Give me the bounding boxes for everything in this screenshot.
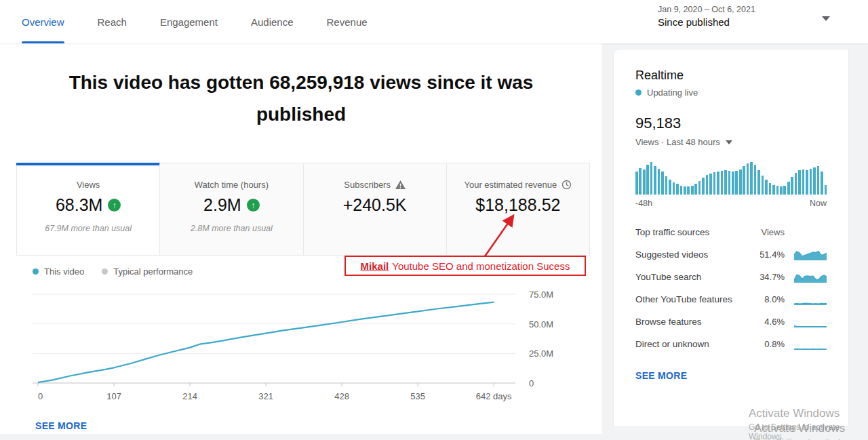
traffic-source-label: Direct or unknown — [635, 339, 753, 349]
table-row-suggested-videos[interactable]: Suggested videos 51.4% — [635, 243, 827, 266]
annotation-author: Mikail — [361, 260, 389, 272]
trend-up-icon: ↑ — [247, 199, 260, 212]
realtime-sidebar: Realtime Updating live 95,183 Views · La… — [613, 49, 849, 427]
traffic-views-pct: 8.0% — [753, 294, 785, 304]
metric-label: Watch time (hours) — [160, 180, 302, 190]
traffic-views-pct: 0.8% — [753, 339, 785, 349]
traffic-source-label: Browse features — [635, 317, 753, 327]
clock-icon — [561, 180, 572, 190]
svg-text:0: 0 — [529, 378, 534, 388]
sparkline-chart — [794, 294, 827, 306]
metric-value: $18,188.52 — [447, 195, 589, 215]
watermark-line2: Go to Settings to activate Windows. — [754, 437, 868, 440]
sparkline-chart — [794, 338, 827, 351]
svg-text:214: 214 — [182, 391, 197, 401]
realtime-view-count: 95,183 — [635, 115, 827, 132]
traffic-table-header: Top traffic sources Views — [635, 227, 827, 243]
axis-label-left: -48h — [635, 199, 652, 208]
table-row-other-features[interactable]: Other YouTube features 8.0% — [635, 288, 827, 311]
traffic-source-label: Other YouTube features — [635, 294, 753, 304]
traffic-views-pct: 4.6% — [753, 317, 785, 327]
realtime-title: Realtime — [635, 68, 827, 83]
traffic-header-spacer — [794, 227, 827, 239]
metric-number: 2.9M — [203, 195, 241, 215]
metric-label: Your estimated revenue — [447, 180, 589, 190]
legend-dot-icon — [33, 268, 39, 275]
chevron-down-icon[interactable] — [726, 140, 732, 144]
metric-card-watch-time[interactable]: Watch time (hours) 2.9M ↑ 2.8M more than… — [159, 163, 302, 255]
traffic-header-views: Views — [753, 227, 785, 239]
date-range-selector[interactable]: Jan 9, 2020 – Oct 6, 2021 Since publishe… — [658, 5, 755, 28]
metric-note: 2.8M more than usual — [160, 224, 302, 233]
svg-text:0: 0 — [38, 391, 43, 401]
traffic-source-label: YouTube search — [635, 272, 753, 282]
tab-revenue[interactable]: Revenue — [327, 0, 368, 43]
traffic-source-label: Suggested videos — [635, 249, 753, 260]
annotation-box: Mikail Youtube SEO and monetization Suce… — [344, 256, 586, 276]
tab-overview[interactable]: Overview — [22, 0, 64, 43]
realtime-caption-label: Views · Last 48 hours — [635, 137, 720, 147]
svg-text:25.0M: 25.0M — [529, 348, 553, 359]
table-row-youtube-search[interactable]: YouTube search 34.7% — [635, 266, 827, 288]
sparkline-chart — [794, 271, 827, 283]
traffic-views-pct: 51.4% — [753, 249, 785, 260]
metric-label-text: Your estimated revenue — [464, 180, 557, 190]
date-range-text: Jan 9, 2020 – Oct 6, 2021 — [658, 5, 755, 14]
metric-card-subscribers[interactable]: Subscribers +240.5K — [303, 163, 446, 255]
metric-number: 68.3M — [56, 195, 102, 215]
metric-note: 67.9M more than usual — [17, 224, 159, 233]
metric-number: $18,188.52 — [475, 195, 560, 215]
axis-label-right: Now — [810, 199, 827, 208]
views-line-chart: 75.0M50.0M25.0M00107214321428535642 days — [33, 286, 575, 405]
date-range-mode: Since published — [658, 16, 755, 28]
metric-cards: Views 68.3M ↑ 67.9M more than usual Watc… — [16, 163, 590, 256]
realtime-status-label: Updating live — [647, 87, 698, 98]
sparkline-chart — [794, 316, 827, 328]
realtime-status: Updating live — [635, 87, 827, 98]
legend-typical-performance: Typical performance — [102, 266, 193, 277]
analytics-topbar: Overview Reach Engagement Audience Reven… — [0, 0, 868, 43]
realtime-bar-chart — [635, 161, 828, 196]
svg-text:75.0M: 75.0M — [529, 289, 553, 300]
metric-number: +240.5K — [343, 195, 407, 215]
see-more-link[interactable]: SEE MORE — [635, 370, 687, 381]
chart-legend: This video Typical performance — [33, 266, 193, 277]
traffic-sources-table: Top traffic sources Views Suggested vide… — [635, 227, 827, 355]
traffic-views-pct: 34.7% — [753, 272, 785, 282]
table-row-direct-unknown[interactable]: Direct or unknown 0.8% — [635, 333, 827, 355]
legend-dot-icon — [102, 268, 108, 275]
svg-text:535: 535 — [410, 391, 425, 401]
svg-text:107: 107 — [106, 391, 121, 401]
realtime-axis-labels: -48h Now — [635, 199, 827, 208]
trend-up-icon: ↑ — [108, 199, 121, 212]
svg-text:428: 428 — [334, 391, 349, 401]
legend-label: Typical performance — [113, 266, 193, 277]
annotation-text: Youtube SEO and monetization Sucess — [392, 260, 570, 272]
legend-label: This video — [44, 266, 84, 277]
metric-value: 2.9M ↑ — [160, 195, 302, 215]
live-dot-icon — [635, 89, 642, 96]
warning-icon — [395, 180, 406, 189]
metric-label-text: Subscribers — [344, 180, 391, 190]
metric-card-revenue[interactable]: Your estimated revenue $18,188.52 — [446, 163, 589, 255]
metric-value: +240.5K — [304, 195, 446, 215]
sparkline-chart — [794, 249, 827, 261]
page-title: This video has gotten 68,259,918 views s… — [37, 66, 566, 130]
tab-audience[interactable]: Audience — [251, 0, 294, 43]
tab-reach[interactable]: Reach — [98, 0, 127, 43]
svg-text:50.0M: 50.0M — [529, 319, 553, 329]
metric-card-views[interactable]: Views 68.3M ↑ 67.9M more than usual — [17, 163, 159, 255]
table-row-browse-features[interactable]: Browse features 4.6% — [635, 311, 827, 333]
tab-engagement[interactable]: Engagement — [160, 0, 218, 43]
see-more-link[interactable]: SEE MORE — [35, 420, 87, 431]
metric-label: Views — [17, 180, 159, 190]
realtime-count-caption[interactable]: Views · Last 48 hours — [635, 137, 827, 147]
metric-value: 68.3M ↑ — [17, 195, 159, 215]
metric-label: Subscribers — [304, 180, 446, 190]
svg-text:321: 321 — [258, 391, 273, 401]
overview-main-panel: This video has gotten 68,259,918 views s… — [0, 43, 602, 434]
legend-this-video: This video — [33, 266, 84, 277]
traffic-header-source: Top traffic sources — [635, 227, 753, 239]
svg-text:642 days: 642 days — [476, 391, 512, 401]
chevron-down-icon[interactable] — [822, 16, 830, 21]
